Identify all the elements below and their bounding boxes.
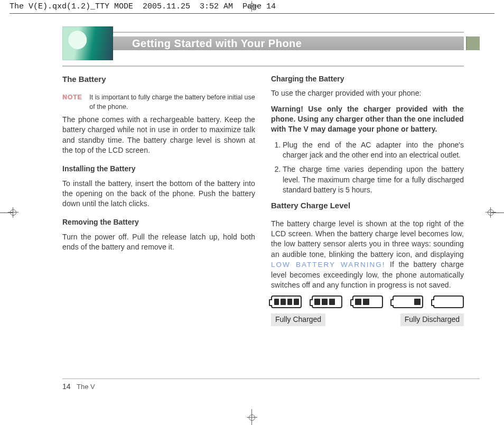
battery-icon-empty [433,295,464,308]
battery-icon-1-bar [393,295,423,308]
body-paragraph: The battery charge level is shown at the… [271,219,464,291]
document-page: The V(E).qxd(1.2)_TTY MODE 2005.11.25 3:… [0,0,504,425]
page-title: Getting Started with Your Phone [132,38,302,50]
battery-icon-2-bars [352,295,383,308]
crop-mark [251,409,252,425]
heading-charge-level: Battery Charge Level [271,200,464,211]
battery-icon-3-bars [312,295,342,308]
heading-charging: Charging the Battery [271,74,464,84]
body-paragraph: To install the battery, insert the botto… [62,179,255,209]
page-header: Getting Started with Your Phone [62,26,480,60]
battery-caption-row: Fully Charged Fully Discharged [271,313,464,326]
header-photo [62,26,113,60]
book-name: The V [77,383,95,391]
caption-full: Fully Charged [271,313,325,326]
title-band: Getting Started with Your Phone [113,36,464,50]
body-content: The Battery NOTE It is important to full… [62,74,464,326]
page-number: 14 [62,382,71,391]
heading-install: Installing the Battery [62,164,255,174]
note-block: NOTE It is important to fully charge the… [62,93,255,112]
note-label: NOTE [62,93,82,112]
heading-remove: Removing the Battery [62,217,255,227]
crop-mark [0,212,13,213]
page-footer: 14 The V [62,378,480,391]
note-text: It is important to fully charge the batt… [89,93,255,112]
charging-steps: Plug the end of the AC adapter into the … [271,140,464,196]
prepress-slug: The V(E).qxd(1.2)_TTY MODE 2005.11.25 3:… [10,2,494,14]
column-right: Charging the Battery To use the charger … [271,74,464,326]
list-item: Plug the end of the AC adapter into the … [283,140,464,161]
divider [113,32,464,33]
body-text-a: The battery charge level is shown at the… [271,219,464,258]
column-left: The Battery NOTE It is important to full… [62,74,255,326]
low-battery-warning-text: LOW BATTERY WARNING! [271,261,385,269]
body-paragraph: The phone comes with a rechargeable batt… [62,115,255,155]
divider [62,66,464,67]
heading-battery: The Battery [62,74,255,85]
caption-empty: Fully Discharged [400,313,464,326]
crop-mark [491,212,504,213]
body-paragraph: Turn the power off. Pull the release lat… [62,232,255,253]
list-item: The charge time varies depending upon th… [283,164,464,195]
battery-icon-row [271,295,464,308]
body-paragraph: To use the charger provided with your ph… [271,88,464,98]
registration-mark [247,412,257,423]
battery-icon-4-bars [271,295,302,308]
accent-block [466,36,480,50]
warning-paragraph: Warning! Use only the charger provided w… [271,104,464,135]
